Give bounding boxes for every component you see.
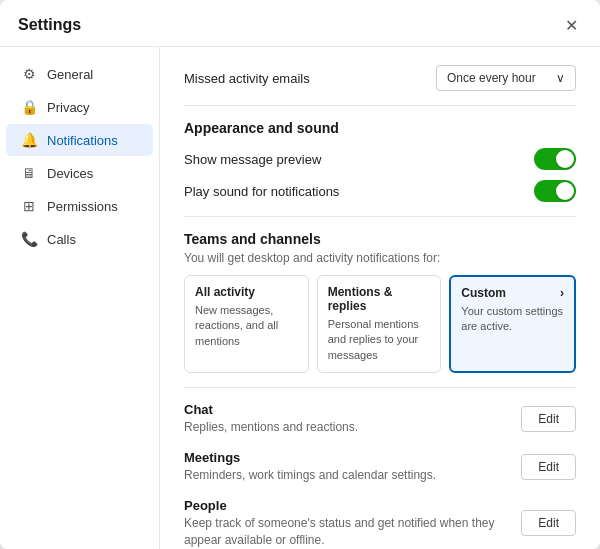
general-icon: ⚙ bbox=[20, 66, 38, 82]
edit-row-people: People Keep track of someone's status an… bbox=[184, 498, 576, 549]
sidebar-label-permissions: Permissions bbox=[47, 199, 118, 214]
missed-activity-dropdown[interactable]: Once every hour ∨ bbox=[436, 65, 576, 91]
people-title: People bbox=[184, 498, 509, 513]
sidebar-item-general[interactable]: ⚙ General bbox=[6, 58, 153, 90]
dropdown-value: Once every hour bbox=[447, 71, 536, 85]
sidebar-item-privacy[interactable]: 🔒 Privacy bbox=[6, 91, 153, 123]
divider-1 bbox=[184, 105, 576, 106]
divider-3 bbox=[184, 387, 576, 388]
card-custom-title: Custom › bbox=[461, 286, 564, 300]
card-mentions-replies[interactable]: Mentions & replies Personal mentions and… bbox=[317, 275, 442, 373]
meetings-text-block: Meetings Reminders, work timings and cal… bbox=[184, 450, 509, 484]
missed-activity-label: Missed activity emails bbox=[184, 71, 310, 86]
teams-subtext: You will get desktop and activity notifi… bbox=[184, 251, 576, 265]
dropdown-arrow-icon: ∨ bbox=[556, 71, 565, 85]
permissions-icon: ⊞ bbox=[20, 198, 38, 214]
edit-section-people: People Keep track of someone's status an… bbox=[184, 498, 576, 549]
sidebar: ⚙ General 🔒 Privacy 🔔 Notifications 🖥 De… bbox=[0, 47, 160, 549]
body: ⚙ General 🔒 Privacy 🔔 Notifications 🖥 De… bbox=[0, 47, 600, 549]
people-desc: Keep track of someone's status and get n… bbox=[184, 515, 509, 549]
card-all-activity-desc: New messages, reactions, and all mention… bbox=[195, 303, 298, 349]
sidebar-item-permissions[interactable]: ⊞ Permissions bbox=[6, 190, 153, 222]
sidebar-item-devices[interactable]: 🖥 Devices bbox=[6, 157, 153, 189]
card-mentions-desc: Personal mentions and replies to your me… bbox=[328, 317, 431, 363]
show-preview-toggle[interactable] bbox=[534, 148, 576, 170]
missed-activity-row: Missed activity emails Once every hour ∨ bbox=[184, 65, 576, 91]
title-bar: Settings ✕ bbox=[0, 0, 600, 47]
notifications-icon: 🔔 bbox=[20, 132, 38, 148]
main-content: Missed activity emails Once every hour ∨… bbox=[160, 47, 600, 549]
show-preview-label: Show message preview bbox=[184, 152, 321, 167]
card-custom-desc: Your custom settings are active. bbox=[461, 304, 564, 335]
people-text-block: People Keep track of someone's status an… bbox=[184, 498, 509, 549]
chat-edit-button[interactable]: Edit bbox=[521, 406, 576, 432]
devices-icon: 🖥 bbox=[20, 165, 38, 181]
settings-window: Settings ✕ ⚙ General 🔒 Privacy 🔔 Notific… bbox=[0, 0, 600, 549]
meetings-desc: Reminders, work timings and calendar set… bbox=[184, 467, 509, 484]
chat-text-block: Chat Replies, mentions and reactions. bbox=[184, 402, 509, 436]
edit-section-chat: Chat Replies, mentions and reactions. Ed… bbox=[184, 402, 576, 436]
teams-heading: Teams and channels bbox=[184, 231, 576, 247]
window-title: Settings bbox=[18, 16, 81, 34]
chat-title: Chat bbox=[184, 402, 509, 417]
sidebar-label-notifications: Notifications bbox=[47, 133, 118, 148]
people-edit-button[interactable]: Edit bbox=[521, 510, 576, 536]
appearance-heading: Appearance and sound bbox=[184, 120, 576, 136]
meetings-edit-button[interactable]: Edit bbox=[521, 454, 576, 480]
sidebar-label-calls: Calls bbox=[47, 232, 76, 247]
card-custom-arrow-icon: › bbox=[560, 286, 564, 300]
divider-2 bbox=[184, 216, 576, 217]
sidebar-label-devices: Devices bbox=[47, 166, 93, 181]
card-mentions-title: Mentions & replies bbox=[328, 285, 431, 313]
sidebar-item-notifications[interactable]: 🔔 Notifications bbox=[6, 124, 153, 156]
close-button[interactable]: ✕ bbox=[560, 14, 582, 36]
card-all-activity-title: All activity bbox=[195, 285, 298, 299]
meetings-title: Meetings bbox=[184, 450, 509, 465]
play-sound-label: Play sound for notifications bbox=[184, 184, 339, 199]
edit-row-chat: Chat Replies, mentions and reactions. Ed… bbox=[184, 402, 576, 436]
teams-cards: All activity New messages, reactions, an… bbox=[184, 275, 576, 373]
calls-icon: 📞 bbox=[20, 231, 38, 247]
play-sound-toggle[interactable] bbox=[534, 180, 576, 202]
show-preview-row: Show message preview bbox=[184, 148, 576, 170]
card-custom[interactable]: Custom › Your custom settings are active… bbox=[449, 275, 576, 373]
edit-row-meetings: Meetings Reminders, work timings and cal… bbox=[184, 450, 576, 484]
play-sound-row: Play sound for notifications bbox=[184, 180, 576, 202]
card-all-activity[interactable]: All activity New messages, reactions, an… bbox=[184, 275, 309, 373]
sidebar-label-general: General bbox=[47, 67, 93, 82]
sidebar-label-privacy: Privacy bbox=[47, 100, 90, 115]
privacy-icon: 🔒 bbox=[20, 99, 38, 115]
edit-section-meetings: Meetings Reminders, work timings and cal… bbox=[184, 450, 576, 484]
chat-desc: Replies, mentions and reactions. bbox=[184, 419, 509, 436]
sidebar-item-calls[interactable]: 📞 Calls bbox=[6, 223, 153, 255]
